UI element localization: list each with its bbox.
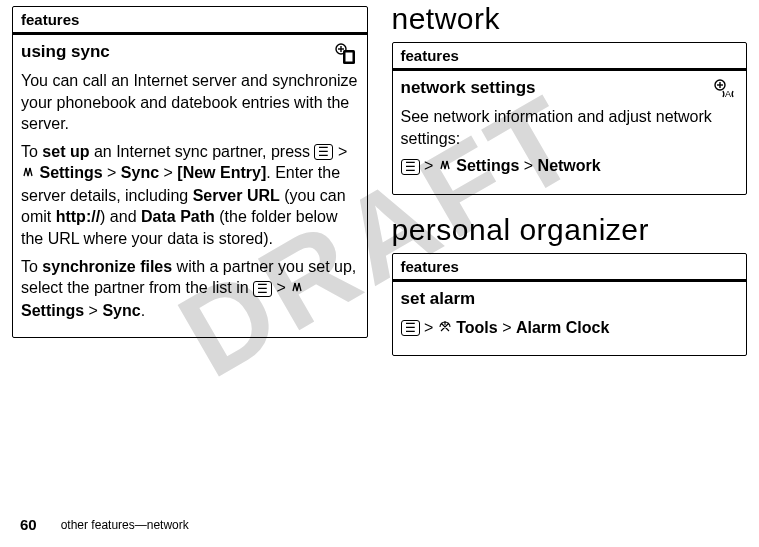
table-body: using sync You can call an Internet serv… — [13, 35, 367, 337]
sync-para3: To synchronize files with a partner you … — [21, 256, 359, 322]
period: . — [141, 302, 145, 319]
row-title-alarm: set alarm — [401, 288, 739, 311]
sync-para2: To set up an Internet sync partner, pres… — [21, 141, 359, 250]
table-header: features — [393, 254, 747, 282]
t: ) and — [100, 208, 141, 225]
gt: > — [524, 157, 533, 174]
path-alarm: Alarm Clock — [516, 319, 609, 336]
setup-bold: set up — [42, 143, 89, 160]
path-sync: Sync — [102, 302, 140, 319]
gt: > — [89, 302, 98, 319]
table-body: set alarm ☰ > Tools > Alarm Clock — [393, 282, 747, 356]
row-title-network: network settings — [401, 77, 739, 100]
path-settings: Settings — [21, 302, 84, 319]
right-column: network features A netwo — [392, 0, 748, 356]
data-path: Data Path — [141, 208, 215, 225]
menu-key-icon: ☰ — [401, 159, 420, 175]
section-personal: personal organizer — [392, 213, 748, 247]
footer-text: other features—network — [61, 518, 189, 532]
gt: > — [277, 279, 286, 296]
path-settings: Settings — [39, 164, 102, 181]
syncfiles-bold: synchronize files — [42, 258, 172, 275]
menu-key-icon: ☰ — [401, 320, 420, 336]
http: http:// — [56, 208, 100, 225]
t: To — [21, 258, 42, 275]
svg-text:A: A — [725, 89, 731, 99]
table-header: features — [393, 43, 747, 71]
gt: > — [107, 164, 116, 181]
table-body: A network settings See network informati… — [393, 71, 747, 194]
gt: > — [338, 143, 347, 160]
settings-icon — [290, 278, 304, 300]
org-path: ☰ > Tools > Alarm Clock — [401, 317, 739, 340]
features-table-network: features A network settings — [392, 42, 748, 195]
section-network: network — [392, 2, 748, 36]
menu-key-icon: ☰ — [253, 281, 272, 297]
row-title-sync: using sync — [21, 41, 359, 64]
features-table-sync: features using sync You can call an Inte… — [12, 6, 368, 338]
gt: > — [424, 319, 433, 336]
path-newentry: [New Entry] — [177, 164, 266, 181]
svg-rect-4 — [345, 53, 352, 62]
path-sync: Sync — [121, 164, 159, 181]
page-number: 60 — [20, 516, 37, 533]
t: To — [21, 143, 42, 160]
path-settings: Settings — [456, 157, 519, 174]
path-tools: Tools — [456, 319, 497, 336]
page-footer: 60 other features—network — [20, 516, 189, 533]
t: an Internet sync partner, press — [89, 143, 314, 160]
page-columns: features using sync You can call an Inte… — [0, 0, 759, 356]
menu-key-icon: ☰ — [314, 144, 333, 160]
net-path: ☰ > Settings > Network — [401, 155, 739, 178]
features-table-organizer: features set alarm ☰ > Tools > Alarm Clo… — [392, 253, 748, 357]
path-network: Network — [538, 157, 601, 174]
left-column: features using sync You can call an Inte… — [12, 0, 368, 356]
tools-icon — [438, 318, 452, 340]
server-url: Server URL — [193, 187, 280, 204]
table-header: features — [13, 7, 367, 35]
sim-plus-icon — [333, 41, 359, 67]
sync-para1: You can call an Internet server and sync… — [21, 70, 359, 135]
net-para1: See network information and adjust netwo… — [401, 106, 739, 149]
antenna-plus-icon: A — [712, 77, 738, 103]
gt: > — [502, 319, 511, 336]
settings-icon — [21, 163, 35, 185]
settings-icon — [438, 156, 452, 178]
gt: > — [164, 164, 173, 181]
gt: > — [424, 157, 433, 174]
